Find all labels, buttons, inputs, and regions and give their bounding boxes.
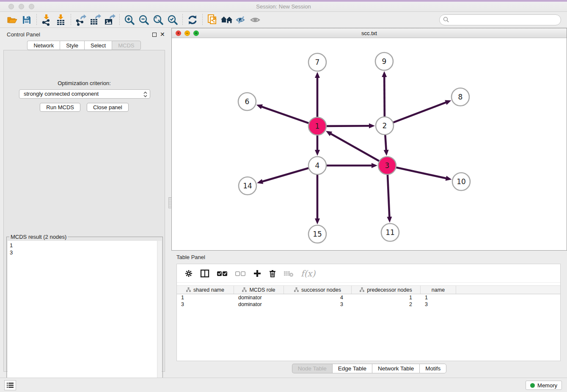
graph-edge-2-8[interactable] xyxy=(392,102,446,123)
column-header-name[interactable]: name xyxy=(421,286,456,294)
tab-motifs[interactable]: Motifs xyxy=(419,364,446,373)
table-cell: 2 xyxy=(352,301,421,308)
zoom-in-button[interactable] xyxy=(122,14,137,26)
hide-selected-button[interactable] xyxy=(234,14,248,26)
delete-column-icon[interactable] xyxy=(269,269,276,278)
network-window-title: scc.txt xyxy=(172,30,567,36)
search-box xyxy=(439,14,561,25)
close-panel-icon[interactable]: ✕ xyxy=(160,31,165,37)
table-row[interactable]: 3dominator323 xyxy=(177,301,560,308)
graph-node-label: 9 xyxy=(382,57,387,66)
tab-edge-table[interactable]: Edge Table xyxy=(332,364,372,373)
export-image-icon xyxy=(104,14,116,26)
graph-edge-arrowhead xyxy=(256,105,263,109)
zoom-selected-button[interactable] xyxy=(165,14,180,26)
import-network-icon xyxy=(41,14,52,26)
tab-mcds[interactable]: MCDS xyxy=(112,41,140,50)
column-header-shared-name[interactable]: shared name xyxy=(177,286,234,294)
export-table-button[interactable] xyxy=(88,14,102,26)
window-title: Session: New Session xyxy=(0,3,567,10)
tab-network[interactable]: Network xyxy=(27,41,60,50)
tab-node-table[interactable]: Node Table xyxy=(292,364,332,373)
open-file-button[interactable] xyxy=(5,14,19,26)
show-selected-button[interactable] xyxy=(248,14,263,26)
graph-edge-3-1[interactable] xyxy=(330,133,380,162)
export-network-icon xyxy=(75,14,87,26)
function-builder-icon[interactable]: f(x) xyxy=(301,268,315,279)
graph-edge-arrowhead xyxy=(315,150,320,156)
control-panel-header: Control Panel ✕ xyxy=(0,30,168,39)
graph-edge-3-11[interactable] xyxy=(388,173,390,218)
graph-edge-4-14[interactable] xyxy=(262,168,310,182)
deselect-all-rows-icon[interactable] xyxy=(235,270,246,277)
open-folder-icon xyxy=(7,15,18,25)
add-column-icon[interactable] xyxy=(253,269,261,278)
table-cell: 1 xyxy=(352,294,421,301)
network-canvas-svg[interactable]: 7968124314101511 xyxy=(172,39,567,250)
export-image-button[interactable] xyxy=(102,14,117,26)
graph-edge-arrowhead xyxy=(257,179,263,184)
run-mcds-button[interactable]: Run MCDS xyxy=(40,103,80,112)
control-panel-title: Control Panel xyxy=(7,31,40,38)
column-settings-icon[interactable] xyxy=(184,269,193,278)
zoom-fit-button[interactable] xyxy=(151,14,165,26)
graph-edge-arrowhead xyxy=(387,217,392,223)
export-network-button[interactable] xyxy=(74,14,88,26)
graph-edge-arrowhead xyxy=(384,150,389,156)
memory-button[interactable]: Memory xyxy=(526,381,562,390)
result-scrollbar[interactable] xyxy=(157,241,162,392)
tab-select[interactable]: Select xyxy=(84,41,112,50)
table-cell: 4 xyxy=(284,294,352,301)
graph-edge-2-3[interactable] xyxy=(385,133,386,151)
toolbar-separator xyxy=(36,14,37,26)
network-window-titlebar[interactable]: × − + scc.txt xyxy=(172,28,567,38)
mcds-result-textarea[interactable]: 1 3 xyxy=(8,241,162,392)
column-header-label: predecessor nodes xyxy=(367,287,412,293)
tab-style[interactable]: Style xyxy=(60,41,84,50)
float-panel-icon[interactable] xyxy=(152,33,157,37)
select-all-rows-icon[interactable] xyxy=(217,270,228,277)
import-network-button[interactable] xyxy=(39,14,54,26)
graph-node-label: 6 xyxy=(245,97,250,106)
show-all-networks-button[interactable] xyxy=(220,14,234,26)
search-input[interactable] xyxy=(449,16,561,24)
column-sort-icon xyxy=(186,287,191,292)
save-session-button[interactable] xyxy=(19,14,34,26)
column-header-label: successor nodes xyxy=(301,287,341,293)
graph-node-label: 7 xyxy=(315,58,320,66)
table-row[interactable]: 1dominator411 xyxy=(177,294,560,301)
column-header-MCDS-role[interactable]: MCDS role xyxy=(234,286,284,294)
column-header-label: MCDS role xyxy=(249,287,275,293)
close-panel-button[interactable]: Close panel xyxy=(87,103,129,112)
graph-node-label: 1 xyxy=(315,122,320,130)
table-content: f(x) shared nameMCDS rolesuccessor nodes… xyxy=(176,264,561,361)
mcds-result-values: 1 3 xyxy=(10,242,13,256)
optimization-criterion-dropdown[interactable]: strongly connected component xyxy=(19,89,150,99)
graph-edge-3-10[interactable] xyxy=(395,167,447,179)
list-icon xyxy=(7,382,14,388)
import-table-button[interactable] xyxy=(54,14,68,26)
graph-edge-1-6[interactable] xyxy=(261,107,310,124)
app-titlebar: Session: New Session xyxy=(0,0,567,12)
tab-network-table[interactable]: Network Table xyxy=(372,364,419,373)
column-header-predecessor-nodes[interactable]: predecessor nodes xyxy=(352,286,421,294)
table-cell: dominator xyxy=(234,301,284,308)
delete-table-icon[interactable] xyxy=(284,270,294,277)
refresh-layout-button[interactable] xyxy=(185,14,200,26)
table-panel-title: Table Panel xyxy=(176,254,205,260)
export-table-icon xyxy=(89,14,101,26)
column-header-label: name xyxy=(432,287,445,293)
save-icon xyxy=(22,15,31,25)
graph-edge-2-9[interactable] xyxy=(384,76,385,118)
zoom-out-button[interactable] xyxy=(137,14,151,26)
task-history-button[interactable] xyxy=(4,380,16,390)
column-layout-icon[interactable] xyxy=(200,269,209,278)
graph-edge-arrowhead xyxy=(369,123,375,128)
control-tabs: NetworkStyleSelectMCDS xyxy=(0,41,168,50)
dropdown-stepper-icon xyxy=(143,91,148,98)
control-panel: Control Panel ✕ NetworkStyleSelectMCDS O… xyxy=(0,28,168,373)
column-header-successor-nodes[interactable]: successor nodes xyxy=(284,286,352,294)
clone-network-button[interactable] xyxy=(205,14,220,26)
graph-edge-1-2[interactable] xyxy=(325,126,370,126)
graph-edge-arrowhead xyxy=(445,100,451,105)
